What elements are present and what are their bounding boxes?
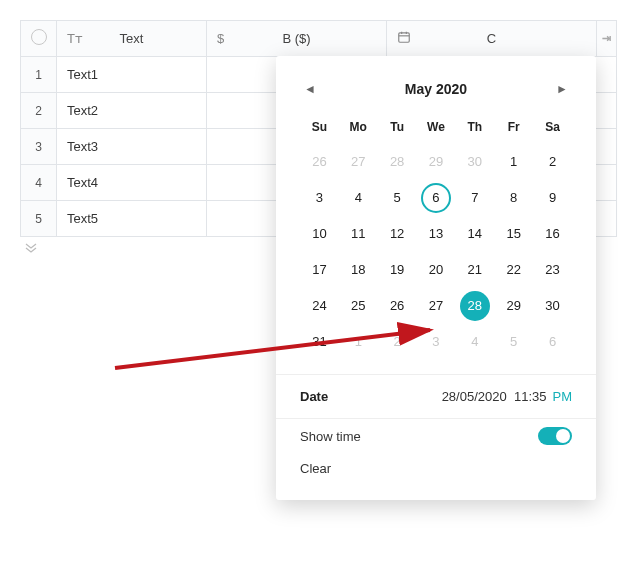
column-header-b[interactable]: $B ($)	[207, 21, 387, 57]
clear-button[interactable]: Clear	[300, 461, 331, 476]
calendar-day-today[interactable]: 6	[421, 183, 451, 213]
calendar-day[interactable]: 7	[460, 183, 490, 213]
date-picker-popover: ◄ May 2020 ► SuMoTuWeThFrSa 262728293012…	[276, 56, 596, 500]
column-header-text[interactable]: TᴛText	[57, 21, 207, 57]
row-number[interactable]: 3	[21, 129, 57, 165]
calendar-day[interactable]: 26	[304, 147, 334, 177]
calendar-day[interactable]: 10	[304, 219, 334, 249]
calendar-day[interactable]: 24	[304, 291, 334, 321]
row-number[interactable]: 5	[21, 201, 57, 237]
calendar-day[interactable]: 25	[343, 291, 373, 321]
calendar-day[interactable]: 11	[343, 219, 373, 249]
cell-text[interactable]: Text3	[57, 129, 207, 165]
svg-rect-0	[399, 33, 410, 42]
row-number[interactable]: 1	[21, 57, 57, 93]
cell-text[interactable]: Text5	[57, 201, 207, 237]
calendar-day[interactable]: 9	[538, 183, 568, 213]
calendar-day[interactable]: 8	[499, 183, 529, 213]
calendar-day[interactable]: 5	[499, 327, 529, 357]
weekday-header: Fr	[494, 114, 533, 144]
calendar-day[interactable]: 18	[343, 255, 373, 285]
select-all-cell[interactable]	[21, 21, 57, 57]
weekday-header: Sa	[533, 114, 572, 144]
calendar-day[interactable]: 2	[382, 327, 412, 357]
add-row-button[interactable]	[20, 239, 42, 257]
column-header-label: C	[487, 31, 496, 46]
calendar-day[interactable]: 2	[538, 147, 568, 177]
calendar-day[interactable]: 1	[499, 147, 529, 177]
ampm-toggle[interactable]: PM	[553, 389, 573, 404]
calendar-day-selected[interactable]: 28	[460, 291, 490, 321]
calendar-day[interactable]: 13	[421, 219, 451, 249]
date-type-icon	[397, 30, 411, 47]
row-number[interactable]: 4	[21, 165, 57, 201]
calendar-day[interactable]: 6	[538, 327, 568, 357]
column-header-c[interactable]: C	[387, 21, 597, 57]
add-column-button[interactable]: ⇥	[597, 21, 617, 57]
column-header-label: Text	[120, 31, 144, 46]
calendar-day[interactable]: 4	[343, 183, 373, 213]
text-type-icon: Tᴛ	[67, 31, 83, 46]
calendar-day[interactable]: 30	[460, 147, 490, 177]
weekday-header: We	[417, 114, 456, 144]
calendar-day[interactable]: 26	[382, 291, 412, 321]
calendar-day[interactable]: 21	[460, 255, 490, 285]
date-output-row: Date 28/05/2020 11:35PM	[300, 375, 572, 414]
calendar-day[interactable]: 23	[538, 255, 568, 285]
calendar-day[interactable]: 14	[460, 219, 490, 249]
calendar-day[interactable]: 20	[421, 255, 451, 285]
calendar-day[interactable]: 31	[304, 327, 334, 357]
column-header-label: B ($)	[282, 31, 310, 46]
calendar-day[interactable]: 30	[538, 291, 568, 321]
show-time-toggle[interactable]	[538, 427, 572, 445]
weekday-header: Th	[455, 114, 494, 144]
date-value[interactable]: 28/05/2020	[442, 389, 507, 404]
month-year-title[interactable]: May 2020	[405, 81, 467, 97]
calendar-day[interactable]: 19	[382, 255, 412, 285]
calendar-day[interactable]: 5	[382, 183, 412, 213]
calendar-day[interactable]: 1	[343, 327, 373, 357]
calendar-day[interactable]: 28	[382, 147, 412, 177]
calendar-grid: SuMoTuWeThFrSa 2627282930123456789101112…	[300, 114, 572, 360]
calendar-day[interactable]: 15	[499, 219, 529, 249]
date-label: Date	[300, 389, 328, 404]
calendar-day[interactable]: 17	[304, 255, 334, 285]
weekday-header: Tu	[378, 114, 417, 144]
calendar-day[interactable]: 29	[421, 147, 451, 177]
prev-month-button[interactable]: ◄	[300, 78, 320, 100]
show-time-label: Show time	[300, 429, 361, 444]
calendar-day[interactable]: 29	[499, 291, 529, 321]
calendar-day[interactable]: 3	[421, 327, 451, 357]
calendar-day[interactable]: 27	[421, 291, 451, 321]
cell-text[interactable]: Text4	[57, 165, 207, 201]
currency-type-icon: $	[217, 31, 224, 46]
calendar-day[interactable]: 16	[538, 219, 568, 249]
weekday-header: Mo	[339, 114, 378, 144]
row-number[interactable]: 2	[21, 93, 57, 129]
calendar-day[interactable]: 3	[304, 183, 334, 213]
calendar-day[interactable]: 12	[382, 219, 412, 249]
next-month-button[interactable]: ►	[552, 78, 572, 100]
calendar-day[interactable]: 27	[343, 147, 373, 177]
cell-text[interactable]: Text1	[57, 57, 207, 93]
time-value[interactable]: 11:35	[514, 389, 547, 404]
calendar-day[interactable]: 22	[499, 255, 529, 285]
cell-text[interactable]: Text2	[57, 93, 207, 129]
calendar-day[interactable]: 4	[460, 327, 490, 357]
select-all-circle-icon	[31, 29, 47, 45]
weekday-header: Su	[300, 114, 339, 144]
